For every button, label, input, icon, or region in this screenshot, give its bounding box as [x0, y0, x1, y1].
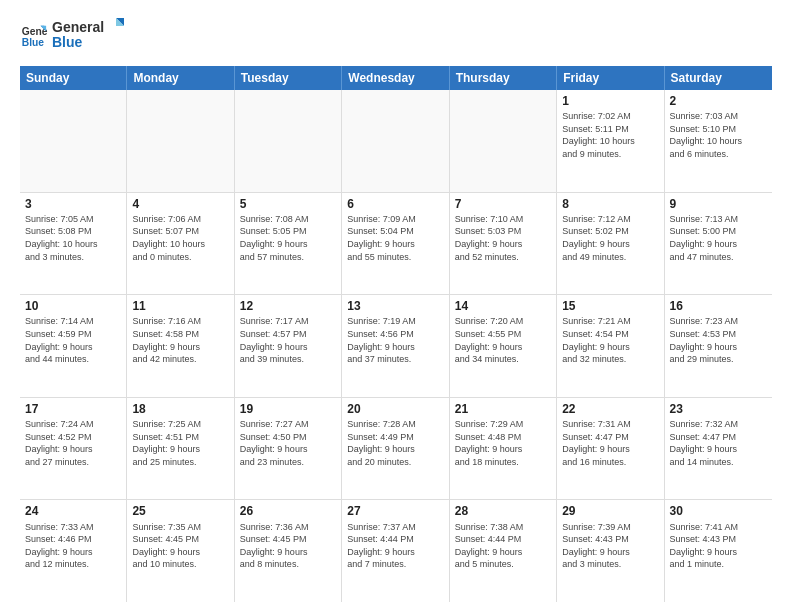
day-info: Sunrise: 7:19 AM Sunset: 4:56 PM Dayligh…	[347, 315, 443, 365]
day-number: 12	[240, 298, 336, 314]
day-number: 30	[670, 503, 767, 519]
day-info: Sunrise: 7:32 AM Sunset: 4:47 PM Dayligh…	[670, 418, 767, 468]
calendar-cell: 9Sunrise: 7:13 AM Sunset: 5:00 PM Daylig…	[665, 193, 772, 295]
calendar-cell: 30Sunrise: 7:41 AM Sunset: 4:43 PM Dayli…	[665, 500, 772, 602]
day-info: Sunrise: 7:31 AM Sunset: 4:47 PM Dayligh…	[562, 418, 658, 468]
calendar-cell: 8Sunrise: 7:12 AM Sunset: 5:02 PM Daylig…	[557, 193, 664, 295]
day-number: 5	[240, 196, 336, 212]
day-info: Sunrise: 7:05 AM Sunset: 5:08 PM Dayligh…	[25, 213, 121, 263]
day-info: Sunrise: 7:37 AM Sunset: 4:44 PM Dayligh…	[347, 521, 443, 571]
calendar-row-3: 10Sunrise: 7:14 AM Sunset: 4:59 PM Dayli…	[20, 295, 772, 398]
day-info: Sunrise: 7:16 AM Sunset: 4:58 PM Dayligh…	[132, 315, 228, 365]
day-info: Sunrise: 7:08 AM Sunset: 5:05 PM Dayligh…	[240, 213, 336, 263]
day-number: 15	[562, 298, 658, 314]
calendar-cell: 13Sunrise: 7:19 AM Sunset: 4:56 PM Dayli…	[342, 295, 449, 397]
svg-text:Blue: Blue	[52, 34, 83, 50]
day-info: Sunrise: 7:29 AM Sunset: 4:48 PM Dayligh…	[455, 418, 551, 468]
calendar-row-5: 24Sunrise: 7:33 AM Sunset: 4:46 PM Dayli…	[20, 500, 772, 602]
logo: General Blue General Blue	[20, 16, 132, 56]
calendar-cell	[235, 90, 342, 192]
calendar-cell: 5Sunrise: 7:08 AM Sunset: 5:05 PM Daylig…	[235, 193, 342, 295]
calendar-cell: 6Sunrise: 7:09 AM Sunset: 5:04 PM Daylig…	[342, 193, 449, 295]
calendar-row-1: 1Sunrise: 7:02 AM Sunset: 5:11 PM Daylig…	[20, 90, 772, 193]
day-number: 26	[240, 503, 336, 519]
svg-text:General: General	[52, 19, 104, 35]
day-info: Sunrise: 7:27 AM Sunset: 4:50 PM Dayligh…	[240, 418, 336, 468]
header-day-tuesday: Tuesday	[235, 66, 342, 90]
calendar-cell: 12Sunrise: 7:17 AM Sunset: 4:57 PM Dayli…	[235, 295, 342, 397]
header-day-sunday: Sunday	[20, 66, 127, 90]
day-number: 27	[347, 503, 443, 519]
calendar-cell: 16Sunrise: 7:23 AM Sunset: 4:53 PM Dayli…	[665, 295, 772, 397]
day-info: Sunrise: 7:23 AM Sunset: 4:53 PM Dayligh…	[670, 315, 767, 365]
day-info: Sunrise: 7:28 AM Sunset: 4:49 PM Dayligh…	[347, 418, 443, 468]
day-number: 9	[670, 196, 767, 212]
day-number: 2	[670, 93, 767, 109]
day-number: 18	[132, 401, 228, 417]
calendar-cell: 17Sunrise: 7:24 AM Sunset: 4:52 PM Dayli…	[20, 398, 127, 500]
day-number: 29	[562, 503, 658, 519]
calendar-cell: 24Sunrise: 7:33 AM Sunset: 4:46 PM Dayli…	[20, 500, 127, 602]
day-info: Sunrise: 7:36 AM Sunset: 4:45 PM Dayligh…	[240, 521, 336, 571]
calendar-cell: 1Sunrise: 7:02 AM Sunset: 5:11 PM Daylig…	[557, 90, 664, 192]
calendar-cell: 10Sunrise: 7:14 AM Sunset: 4:59 PM Dayli…	[20, 295, 127, 397]
day-info: Sunrise: 7:12 AM Sunset: 5:02 PM Dayligh…	[562, 213, 658, 263]
day-info: Sunrise: 7:02 AM Sunset: 5:11 PM Dayligh…	[562, 110, 658, 160]
day-number: 8	[562, 196, 658, 212]
day-info: Sunrise: 7:20 AM Sunset: 4:55 PM Dayligh…	[455, 315, 551, 365]
day-info: Sunrise: 7:25 AM Sunset: 4:51 PM Dayligh…	[132, 418, 228, 468]
calendar-cell: 23Sunrise: 7:32 AM Sunset: 4:47 PM Dayli…	[665, 398, 772, 500]
day-number: 24	[25, 503, 121, 519]
day-number: 7	[455, 196, 551, 212]
day-number: 22	[562, 401, 658, 417]
day-number: 14	[455, 298, 551, 314]
day-number: 10	[25, 298, 121, 314]
day-info: Sunrise: 7:21 AM Sunset: 4:54 PM Dayligh…	[562, 315, 658, 365]
header-day-wednesday: Wednesday	[342, 66, 449, 90]
header-day-saturday: Saturday	[665, 66, 772, 90]
logo-svg: General Blue	[52, 16, 132, 52]
day-info: Sunrise: 7:35 AM Sunset: 4:45 PM Dayligh…	[132, 521, 228, 571]
day-info: Sunrise: 7:38 AM Sunset: 4:44 PM Dayligh…	[455, 521, 551, 571]
header-day-friday: Friday	[557, 66, 664, 90]
calendar-cell: 20Sunrise: 7:28 AM Sunset: 4:49 PM Dayli…	[342, 398, 449, 500]
header-day-thursday: Thursday	[450, 66, 557, 90]
day-info: Sunrise: 7:14 AM Sunset: 4:59 PM Dayligh…	[25, 315, 121, 365]
calendar-cell: 19Sunrise: 7:27 AM Sunset: 4:50 PM Dayli…	[235, 398, 342, 500]
calendar-cell: 7Sunrise: 7:10 AM Sunset: 5:03 PM Daylig…	[450, 193, 557, 295]
calendar-cell: 22Sunrise: 7:31 AM Sunset: 4:47 PM Dayli…	[557, 398, 664, 500]
calendar-cell: 29Sunrise: 7:39 AM Sunset: 4:43 PM Dayli…	[557, 500, 664, 602]
day-info: Sunrise: 7:06 AM Sunset: 5:07 PM Dayligh…	[132, 213, 228, 263]
day-info: Sunrise: 7:39 AM Sunset: 4:43 PM Dayligh…	[562, 521, 658, 571]
calendar-cell: 21Sunrise: 7:29 AM Sunset: 4:48 PM Dayli…	[450, 398, 557, 500]
day-number: 6	[347, 196, 443, 212]
svg-text:Blue: Blue	[22, 37, 45, 48]
day-number: 3	[25, 196, 121, 212]
calendar: SundayMondayTuesdayWednesdayThursdayFrid…	[20, 66, 772, 602]
calendar-cell	[342, 90, 449, 192]
day-number: 4	[132, 196, 228, 212]
day-info: Sunrise: 7:03 AM Sunset: 5:10 PM Dayligh…	[670, 110, 767, 160]
calendar-cell: 15Sunrise: 7:21 AM Sunset: 4:54 PM Dayli…	[557, 295, 664, 397]
calendar-row-4: 17Sunrise: 7:24 AM Sunset: 4:52 PM Dayli…	[20, 398, 772, 501]
calendar-body: 1Sunrise: 7:02 AM Sunset: 5:11 PM Daylig…	[20, 90, 772, 602]
calendar-cell: 25Sunrise: 7:35 AM Sunset: 4:45 PM Dayli…	[127, 500, 234, 602]
calendar-cell: 14Sunrise: 7:20 AM Sunset: 4:55 PM Dayli…	[450, 295, 557, 397]
day-number: 16	[670, 298, 767, 314]
calendar-cell: 4Sunrise: 7:06 AM Sunset: 5:07 PM Daylig…	[127, 193, 234, 295]
calendar-cell: 3Sunrise: 7:05 AM Sunset: 5:08 PM Daylig…	[20, 193, 127, 295]
day-number: 11	[132, 298, 228, 314]
calendar-cell: 28Sunrise: 7:38 AM Sunset: 4:44 PM Dayli…	[450, 500, 557, 602]
calendar-cell	[450, 90, 557, 192]
header-day-monday: Monday	[127, 66, 234, 90]
day-info: Sunrise: 7:10 AM Sunset: 5:03 PM Dayligh…	[455, 213, 551, 263]
calendar-header: SundayMondayTuesdayWednesdayThursdayFrid…	[20, 66, 772, 90]
day-number: 13	[347, 298, 443, 314]
day-number: 21	[455, 401, 551, 417]
day-number: 23	[670, 401, 767, 417]
day-info: Sunrise: 7:33 AM Sunset: 4:46 PM Dayligh…	[25, 521, 121, 571]
day-number: 19	[240, 401, 336, 417]
day-info: Sunrise: 7:24 AM Sunset: 4:52 PM Dayligh…	[25, 418, 121, 468]
day-info: Sunrise: 7:17 AM Sunset: 4:57 PM Dayligh…	[240, 315, 336, 365]
day-info: Sunrise: 7:09 AM Sunset: 5:04 PM Dayligh…	[347, 213, 443, 263]
